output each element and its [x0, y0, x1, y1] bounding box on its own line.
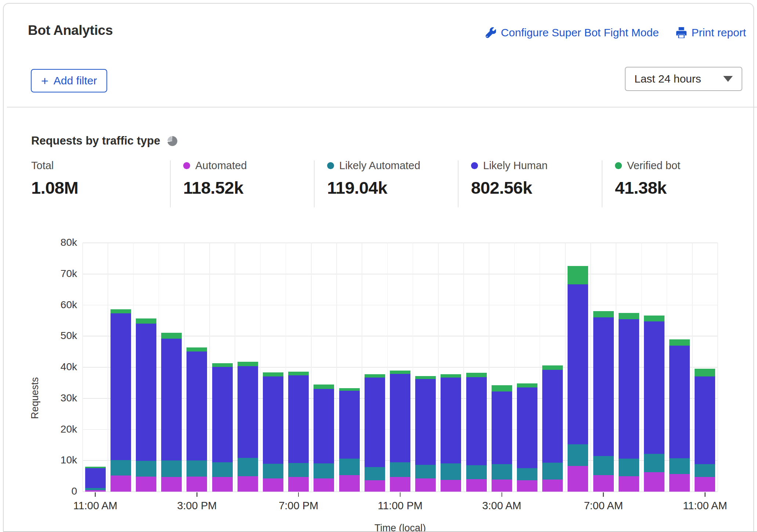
wrench-icon [485, 27, 496, 38]
stat-label: Likely Human [483, 160, 548, 172]
x-axis-tick [298, 492, 299, 497]
bar-segment-automated [492, 480, 512, 492]
v-gridline [286, 243, 286, 492]
x-axis-tick [705, 492, 706, 497]
bar-segment-verified-bot [619, 313, 639, 319]
v-gridline [133, 243, 134, 492]
v-gridline [387, 243, 388, 492]
stat-divider [458, 160, 459, 207]
bar-segment-likely-human [263, 376, 283, 464]
printer-icon [676, 27, 687, 38]
x-axis-tick-label: 7:00 PM [254, 500, 343, 512]
bar-column [186, 347, 207, 492]
bar-segment-likely-automated [441, 463, 461, 480]
bar-segment-likely-automated [669, 458, 690, 474]
bar-segment-automated [593, 475, 614, 492]
stat-likely-human: Likely Human802.56k [471, 160, 548, 198]
bar-segment-verified-bot [593, 311, 614, 317]
bar-segment-likely-automated [593, 456, 614, 475]
bar-column [669, 339, 690, 492]
stat-value: 1.08M [31, 178, 78, 198]
v-gridline [463, 243, 464, 492]
bar-segment-automated [466, 479, 487, 492]
bar-segment-likely-human [390, 374, 410, 462]
v-gridline [311, 243, 312, 492]
bar-column [136, 318, 156, 492]
bar-segment-automated [568, 466, 588, 492]
time-range-select[interactable]: Last 24 hours [625, 67, 742, 91]
configure-link-label: Configure Super Bot Fight Mode [501, 26, 659, 39]
v-gridline [413, 243, 413, 492]
add-filter-label: Add filter [54, 74, 97, 87]
stat-value: 118.52k [183, 178, 247, 198]
bar-segment-likely-human [136, 324, 156, 461]
stat-label: Likely Automated [339, 160, 420, 172]
bar-segment-likely-human [441, 378, 461, 463]
bar-segment-verified-bot [288, 372, 309, 375]
stat-value: 119.04k [327, 178, 420, 198]
stat-label: Verified bot [627, 160, 680, 172]
bar-segment-automated [619, 476, 639, 492]
bar-segment-automated [111, 475, 131, 492]
bar-segment-verified-bot [314, 385, 334, 389]
bar-segment-verified-bot [263, 372, 283, 376]
bar-segment-likely-human [186, 351, 207, 460]
bar-column [212, 363, 233, 492]
bar-segment-likely-human [517, 387, 537, 468]
bar-column [568, 266, 588, 492]
stat-value: 802.56k [471, 178, 548, 198]
bar-segment-likely-human [415, 379, 436, 465]
bar-column [619, 313, 639, 492]
bar-segment-likely-human [644, 321, 664, 453]
bar-column [390, 371, 410, 492]
bar-segment-verified-bot [542, 365, 563, 370]
v-gridline [362, 243, 362, 492]
bar-segment-likely-automated [314, 463, 334, 478]
v-gridline [108, 243, 108, 492]
configure-super-bot-fight-mode-link[interactable]: Configure Super Bot Fight Mode [485, 26, 659, 39]
bar-segment-automated [186, 477, 207, 492]
bar-segment-likely-automated [238, 458, 258, 477]
bar-segment-automated [136, 477, 156, 492]
print-link-label: Print report [692, 26, 746, 39]
bar-segment-likely-human [466, 377, 487, 465]
x-axis-tick [400, 492, 401, 497]
x-axis-tick [501, 492, 503, 497]
bar-column [111, 309, 131, 492]
bar-segment-verified-bot [466, 373, 487, 377]
stat-likely-automated: Likely Automated119.04k [327, 160, 420, 198]
print-report-link[interactable]: Print report [676, 26, 746, 39]
bar-segment-likely-automated [339, 459, 360, 475]
bar-column [593, 311, 614, 492]
bar-segment-likely-automated [263, 464, 283, 478]
bar-segment-likely-human [365, 378, 385, 467]
add-filter-button[interactable]: + Add filter [31, 69, 107, 92]
pie-chart-icon [167, 136, 177, 146]
bar-segment-verified-bot [390, 371, 410, 374]
stat-divider [602, 160, 602, 207]
x-axis-tick-label: 3:00 PM [153, 500, 241, 512]
bar-segment-verified-bot [644, 316, 664, 322]
stat-verified-bot: Verified bot41.38k [615, 160, 680, 198]
h-gridline [83, 243, 718, 243]
bar-segment-verified-bot [212, 363, 233, 367]
bar-segment-automated [669, 474, 690, 492]
v-gridline [82, 243, 83, 492]
bar-segment-likely-human [492, 391, 512, 464]
legend-dot [183, 162, 190, 169]
bar-segment-likely-automated [568, 444, 588, 466]
bar-segment-likely-human [593, 317, 614, 456]
x-axis-tick [196, 492, 198, 497]
bar-segment-likely-automated [492, 464, 512, 480]
y-axis-tick-label: 80k [35, 237, 77, 248]
bar-column [161, 333, 182, 492]
bar-segment-verified-bot [161, 333, 182, 339]
bar-segment-automated [314, 478, 334, 492]
y-axis-tick-label: 10k [35, 454, 77, 466]
bar-segment-likely-human [314, 389, 334, 463]
v-gridline [336, 243, 337, 492]
bar-segment-likely-automated [517, 468, 537, 480]
bar-segment-likely-human [161, 339, 182, 460]
v-gridline [235, 243, 235, 492]
v-gridline [514, 243, 515, 492]
